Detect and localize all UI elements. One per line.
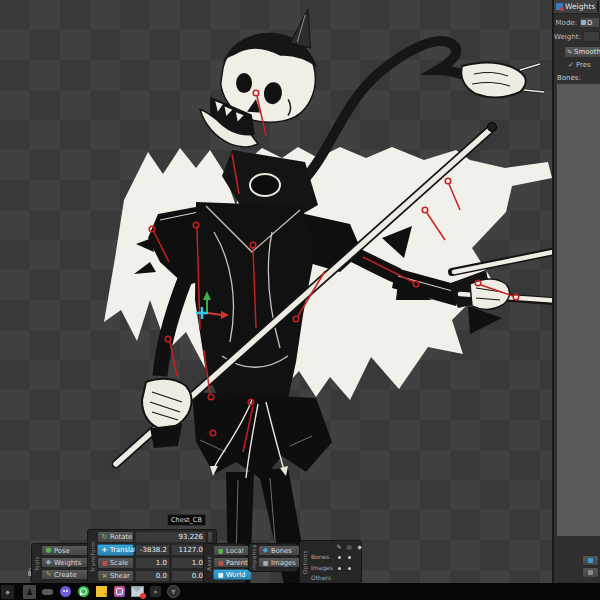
panel-menu-button[interactable] — [597, 1, 599, 12]
weights-tool-icon — [45, 559, 52, 566]
options-row-bones: Bones — [309, 553, 334, 560]
weights-panel: Weights Mode: D Weight: Smooth ✓ Pres Bo… — [552, 0, 600, 583]
local-axes-button[interactable]: Local — [213, 545, 252, 556]
edit-icon: ✎ — [334, 543, 344, 550]
photos-icon[interactable] — [113, 585, 126, 599]
create-icon — [45, 571, 52, 578]
bone-icon — [262, 547, 269, 554]
overflow-icon[interactable] — [1, 585, 14, 599]
gamepad-icon[interactable] — [41, 585, 54, 599]
translate-y-field[interactable]: 1127.0 — [171, 544, 206, 556]
option-dot[interactable] — [344, 564, 354, 571]
weights-panel-header[interactable]: Weights — [554, 0, 600, 14]
preserve-checkbox[interactable]: ✓ Pres — [568, 61, 600, 69]
panel-mini-button-1[interactable] — [582, 555, 599, 566]
mode-value: D — [587, 19, 592, 27]
options-group: Options ✎ ◎ ◆ Bones Images Others — [299, 540, 362, 584]
mode-dropdown-icon — [581, 20, 586, 25]
app-window: Chest_CB Weights Mode: D Weight: Smooth … — [0, 0, 600, 600]
shear-button[interactable]: Shear — [97, 570, 134, 582]
compensate-images-button[interactable]: Images — [258, 557, 300, 568]
compensate-group-label: Compensate — [251, 545, 257, 570]
shear-x-field[interactable]: 0.0 — [135, 570, 170, 582]
weight-input[interactable] — [583, 31, 600, 42]
shear-y-field[interactable]: 0.0 — [171, 570, 206, 582]
steam-icon[interactable] — [167, 585, 180, 599]
bone-tooltip: Chest_CB — [167, 514, 206, 526]
options-group-label: Options — [302, 550, 308, 574]
weight-label: Weight: — [554, 33, 581, 41]
smooth-button[interactable]: Smooth — [564, 46, 600, 58]
parent-axes-button[interactable]: Parent — [213, 557, 252, 568]
spine-icon[interactable] — [149, 585, 162, 599]
option-dot[interactable] — [344, 553, 354, 560]
local-icon — [217, 547, 224, 555]
label-icon: ◆ — [354, 543, 365, 550]
taskbar — [0, 583, 600, 600]
option-dot[interactable] — [334, 564, 344, 571]
weights-panel-title: Weights — [565, 2, 595, 11]
rotate-button[interactable]: Rotate — [97, 531, 134, 543]
discord-icon[interactable] — [59, 585, 72, 599]
weights-icon — [556, 3, 563, 10]
value-stepper[interactable] — [207, 531, 213, 543]
scale-y-field[interactable]: 1.0 — [171, 557, 206, 569]
world-axes-button[interactable]: World — [213, 569, 252, 580]
sticky-notes-icon[interactable] — [95, 585, 108, 599]
scale-icon — [101, 559, 108, 567]
option-dot[interactable] — [334, 553, 344, 560]
compensate-group: Compensate Bones Images — [248, 543, 298, 572]
translate-icon — [101, 547, 108, 554]
translate-button[interactable]: Translate — [97, 544, 134, 556]
options-row-images: Images — [309, 564, 334, 571]
canvas-artwork — [0, 0, 600, 600]
parent-icon — [217, 559, 224, 567]
compensate-bones-button[interactable]: Bones — [258, 545, 300, 556]
mail-icon[interactable] — [131, 585, 144, 599]
transform-group: Transform Rotate 93.226 Translate -3838.… — [87, 529, 217, 584]
grid-icon — [588, 570, 593, 575]
options-row-others: Others — [309, 574, 334, 581]
check-icon: ✓ — [568, 61, 574, 69]
tools-group-label: Tools — [34, 556, 40, 572]
whatsapp-icon[interactable] — [77, 585, 90, 599]
translate-x-field[interactable]: -3838.2 — [135, 544, 170, 556]
scale-button[interactable]: Scale — [97, 557, 134, 569]
panel-mini-button-2[interactable] — [582, 567, 599, 578]
mode-dropdown[interactable]: D — [579, 17, 600, 28]
active-app-icon[interactable] — [23, 585, 36, 599]
axes-group-label: Axes — [206, 556, 212, 571]
bones-list-label: Bones: — [557, 74, 600, 82]
skull-art — [196, 0, 326, 156]
mode-label: Mode: — [556, 19, 577, 27]
image-icon — [262, 559, 269, 567]
world-icon — [217, 571, 224, 579]
rotate-value-field[interactable]: 93.226 — [135, 531, 206, 543]
rotate-icon — [101, 534, 108, 541]
axes-group: Axes Local Parent World — [203, 543, 246, 584]
wrench-icon — [588, 558, 593, 563]
scale-x-field[interactable]: 1.0 — [135, 557, 170, 569]
transform-group-label: Transform — [90, 541, 96, 572]
bones-list[interactable] — [556, 83, 600, 537]
brush-icon — [567, 48, 572, 56]
pose-icon — [45, 547, 52, 554]
visibility-icon: ◎ — [344, 543, 354, 550]
shear-icon — [101, 573, 108, 580]
